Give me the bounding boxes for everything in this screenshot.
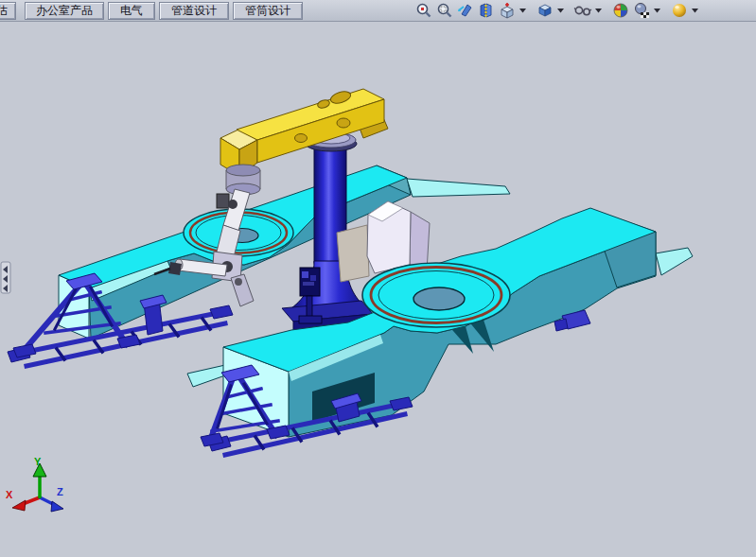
cad-window: Y X Z 估 办公室产品 电气 管道设计 管筒设计 — [0, 0, 756, 557]
edit-appearance-icon[interactable] — [611, 1, 630, 20]
arm-hole — [295, 134, 308, 143]
view-heads-up-toolbar — [414, 0, 698, 21]
command-manager-bar: 估 办公室产品 电气 管道设计 管筒设计 — [0, 0, 756, 22]
previous-view-icon[interactable] — [456, 1, 475, 20]
view-orientation-dropdown[interactable] — [519, 1, 526, 20]
zoom-to-fit-icon[interactable] — [414, 1, 433, 20]
tab-electrical[interactable]: 电气 — [108, 2, 155, 20]
tab-office-products[interactable]: 办公室产品 — [25, 2, 104, 20]
beige-block[interactable] — [337, 225, 369, 282]
z-axis-label: Z — [57, 486, 63, 497]
view-orientation-icon[interactable] — [498, 1, 517, 20]
tab-partial[interactable]: 估 — [0, 2, 16, 20]
x-axis-label: X — [6, 489, 13, 500]
command-tabs: 估 办公室产品 电气 管道设计 管筒设计 — [0, 1, 303, 20]
zoom-to-area-icon[interactable] — [435, 1, 454, 20]
panel-flyout-button[interactable] — [1, 262, 10, 293]
apply-scene-dropdown[interactable] — [653, 1, 660, 20]
flange-center-hole — [413, 287, 465, 310]
y-axis-label: Y — [34, 456, 42, 467]
display-style-icon[interactable] — [536, 1, 554, 20]
tab-piping-design[interactable]: 管道设计 — [159, 2, 229, 20]
flange-ring-right[interactable] — [362, 263, 510, 327]
arm-hole — [337, 118, 350, 128]
hide-show-items-dropdown[interactable] — [594, 1, 602, 20]
view-settings-icon[interactable] — [670, 1, 689, 20]
display-style-dropdown[interactable] — [556, 1, 564, 20]
graphics-viewport[interactable]: Y X Z — [0, 0, 756, 557]
hide-show-items-icon[interactable] — [573, 1, 592, 20]
tab-tubing-design[interactable]: 管筒设计 — [233, 2, 303, 20]
section-view-icon[interactable] — [477, 1, 496, 20]
view-settings-dropdown[interactable] — [691, 1, 698, 20]
apply-scene-icon[interactable] — [632, 1, 651, 20]
